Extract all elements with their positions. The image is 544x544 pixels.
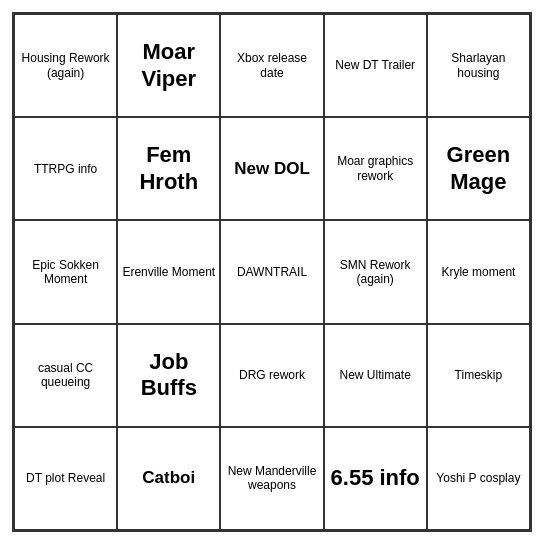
- bingo-cell-r4c1[interactable]: Catboi: [117, 427, 220, 530]
- bingo-cell-r0c1[interactable]: Moar Viper: [117, 14, 220, 117]
- cell-label: Housing Rework (again): [19, 51, 112, 80]
- bingo-cell-r2c1[interactable]: Erenville Moment: [117, 220, 220, 323]
- bingo-cell-r4c2[interactable]: New Manderville weapons: [220, 427, 323, 530]
- cell-label: DT plot Reveal: [26, 471, 105, 485]
- cell-label: Yoshi P cosplay: [436, 471, 520, 485]
- bingo-cell-r0c2[interactable]: Xbox release date: [220, 14, 323, 117]
- bingo-cell-r3c2[interactable]: DRG rework: [220, 324, 323, 427]
- cell-label: Green Mage: [432, 142, 525, 195]
- bingo-cell-r2c3[interactable]: SMN Rework (again): [324, 220, 427, 323]
- bingo-cell-r4c4[interactable]: Yoshi P cosplay: [427, 427, 530, 530]
- cell-label: Moar graphics rework: [329, 154, 422, 183]
- cell-label: Job Buffs: [122, 349, 215, 402]
- cell-label: casual CC queueing: [19, 361, 112, 390]
- bingo-cell-r3c0[interactable]: casual CC queueing: [14, 324, 117, 427]
- cell-label: Erenville Moment: [122, 265, 215, 279]
- bingo-board: Housing Rework (again)Moar ViperXbox rel…: [12, 12, 532, 532]
- cell-label: Sharlayan housing: [432, 51, 525, 80]
- bingo-cell-r1c4[interactable]: Green Mage: [427, 117, 530, 220]
- bingo-cell-r1c1[interactable]: Fem Hroth: [117, 117, 220, 220]
- cell-label: TTRPG info: [34, 162, 97, 176]
- cell-label: New DT Trailer: [335, 58, 415, 72]
- bingo-cell-r1c3[interactable]: Moar graphics rework: [324, 117, 427, 220]
- bingo-cell-r1c0[interactable]: TTRPG info: [14, 117, 117, 220]
- cell-label: 6.55 info: [331, 465, 420, 491]
- cell-label: Moar Viper: [122, 39, 215, 92]
- cell-label: Fem Hroth: [122, 142, 215, 195]
- cell-label: Epic Sokken Moment: [19, 258, 112, 287]
- bingo-cell-r3c3[interactable]: New Ultimate: [324, 324, 427, 427]
- bingo-cell-r4c0[interactable]: DT plot Reveal: [14, 427, 117, 530]
- cell-label: Catboi: [142, 468, 195, 488]
- cell-label: New DOL: [234, 159, 310, 179]
- cell-label: New Manderville weapons: [225, 464, 318, 493]
- bingo-cell-r4c3[interactable]: 6.55 info: [324, 427, 427, 530]
- bingo-cell-r2c0[interactable]: Epic Sokken Moment: [14, 220, 117, 323]
- bingo-cell-r2c2[interactable]: DAWNTRAIL: [220, 220, 323, 323]
- cell-label: DAWNTRAIL: [237, 265, 307, 279]
- bingo-cell-r0c4[interactable]: Sharlayan housing: [427, 14, 530, 117]
- cell-label: New Ultimate: [340, 368, 411, 382]
- cell-label: Kryle moment: [441, 265, 515, 279]
- cell-label: Xbox release date: [225, 51, 318, 80]
- cell-label: Timeskip: [455, 368, 503, 382]
- cell-label: SMN Rework (again): [329, 258, 422, 287]
- cell-label: DRG rework: [239, 368, 305, 382]
- bingo-cell-r0c3[interactable]: New DT Trailer: [324, 14, 427, 117]
- bingo-cell-r1c2[interactable]: New DOL: [220, 117, 323, 220]
- bingo-cell-r3c4[interactable]: Timeskip: [427, 324, 530, 427]
- bingo-cell-r3c1[interactable]: Job Buffs: [117, 324, 220, 427]
- bingo-cell-r0c0[interactable]: Housing Rework (again): [14, 14, 117, 117]
- bingo-cell-r2c4[interactable]: Kryle moment: [427, 220, 530, 323]
